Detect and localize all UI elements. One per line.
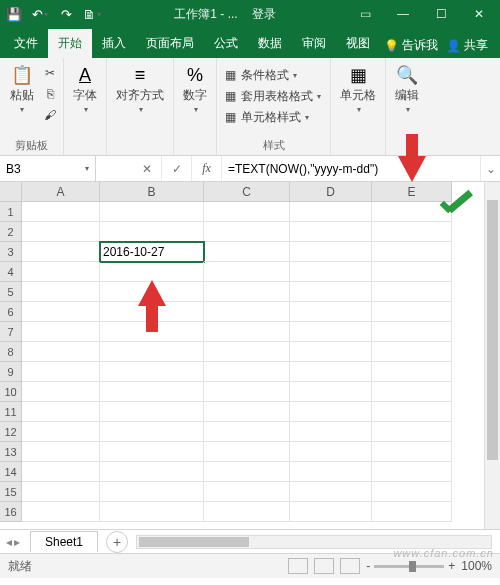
copy-button[interactable]: ⎘ xyxy=(42,84,58,104)
scrollbar-thumb[interactable] xyxy=(139,537,249,547)
cell[interactable] xyxy=(372,262,452,282)
cell[interactable] xyxy=(22,202,100,222)
cell[interactable] xyxy=(204,282,290,302)
zoom-out-button[interactable]: - xyxy=(366,559,370,573)
cell[interactable] xyxy=(100,402,204,422)
cell[interactable] xyxy=(290,422,372,442)
tab-view[interactable]: 视图 xyxy=(336,29,380,58)
chevron-down-icon[interactable]: ▾ xyxy=(85,164,89,173)
cell[interactable] xyxy=(290,362,372,382)
name-box[interactable]: ▾ xyxy=(0,156,96,181)
column-header[interactable]: D xyxy=(290,182,372,202)
tab-home[interactable]: 开始 xyxy=(48,29,92,58)
cell[interactable] xyxy=(290,262,372,282)
cell[interactable] xyxy=(290,222,372,242)
ribbon-options-icon[interactable]: ▭ xyxy=(348,0,382,28)
add-sheet-button[interactable]: + xyxy=(106,531,128,553)
cell[interactable] xyxy=(100,382,204,402)
undo-icon[interactable]: ↶▾ xyxy=(30,4,50,24)
cell[interactable] xyxy=(290,302,372,322)
cell[interactable] xyxy=(22,402,100,422)
zoom-control[interactable]: - + xyxy=(366,559,455,573)
cell[interactable] xyxy=(22,342,100,362)
row-header[interactable]: 1 xyxy=(0,202,22,222)
vertical-scrollbar[interactable] xyxy=(484,182,500,529)
cell[interactable] xyxy=(22,262,100,282)
column-header[interactable]: B xyxy=(100,182,204,202)
view-pagelayout-button[interactable] xyxy=(314,558,334,574)
row-header[interactable]: 10 xyxy=(0,382,22,402)
cell[interactable] xyxy=(100,202,204,222)
format-painter-button[interactable]: 🖌 xyxy=(42,105,58,125)
number-button[interactable]: % 数字▾ xyxy=(179,61,211,117)
tab-pagelayout[interactable]: 页面布局 xyxy=(136,29,204,58)
cell[interactable] xyxy=(204,482,290,502)
cell[interactable] xyxy=(22,322,100,342)
cell[interactable] xyxy=(372,362,452,382)
cell[interactable] xyxy=(100,362,204,382)
cell[interactable] xyxy=(204,322,290,342)
cell[interactable] xyxy=(372,242,452,262)
cell[interactable] xyxy=(100,482,204,502)
cell[interactable] xyxy=(372,422,452,442)
row-header[interactable]: 9 xyxy=(0,362,22,382)
name-box-input[interactable] xyxy=(6,162,66,176)
row-header[interactable]: 2 xyxy=(0,222,22,242)
editing-button[interactable]: 🔍 编辑▾ xyxy=(391,61,423,117)
cell[interactable] xyxy=(290,322,372,342)
cell[interactable] xyxy=(204,362,290,382)
cell[interactable]: 2016-10-27 xyxy=(100,242,204,262)
align-button[interactable]: ≡ 对齐方式▾ xyxy=(112,61,168,117)
tab-review[interactable]: 审阅 xyxy=(292,29,336,58)
enter-formula-button[interactable]: ✓ xyxy=(162,156,192,181)
table-format-button[interactable]: ▦套用表格格式▾ xyxy=(222,86,325,106)
cell[interactable] xyxy=(204,222,290,242)
cell[interactable] xyxy=(22,442,100,462)
scrollbar-thumb[interactable] xyxy=(487,200,498,460)
zoom-in-button[interactable]: + xyxy=(448,559,455,573)
view-normal-button[interactable] xyxy=(288,558,308,574)
save-icon[interactable]: 💾 xyxy=(4,4,24,24)
cell[interactable] xyxy=(290,402,372,422)
cell[interactable] xyxy=(22,462,100,482)
row-header[interactable]: 16 xyxy=(0,502,22,522)
cell[interactable] xyxy=(22,222,100,242)
cell[interactable] xyxy=(100,222,204,242)
formula-input[interactable] xyxy=(228,162,474,176)
paste-button[interactable]: 📋 粘贴▾ xyxy=(5,61,38,117)
cell[interactable] xyxy=(22,282,100,302)
cell[interactable] xyxy=(290,442,372,462)
row-header[interactable]: 3 xyxy=(0,242,22,262)
cell[interactable] xyxy=(372,322,452,342)
cell[interactable] xyxy=(204,302,290,322)
minimize-icon[interactable]: ― xyxy=(386,0,420,28)
maximize-icon[interactable]: ☐ xyxy=(424,0,458,28)
row-header[interactable]: 11 xyxy=(0,402,22,422)
cell[interactable] xyxy=(372,462,452,482)
cell[interactable] xyxy=(22,362,100,382)
cell[interactable] xyxy=(204,342,290,362)
cell[interactable] xyxy=(204,402,290,422)
cell[interactable] xyxy=(22,482,100,502)
cell[interactable] xyxy=(372,502,452,522)
cell[interactable] xyxy=(290,482,372,502)
login-link[interactable]: 登录 xyxy=(252,6,276,23)
row-header[interactable]: 13 xyxy=(0,442,22,462)
cell[interactable] xyxy=(204,422,290,442)
print-preview-icon[interactable]: 🗎▾ xyxy=(82,4,102,24)
row-header[interactable]: 4 xyxy=(0,262,22,282)
cell[interactable] xyxy=(100,262,204,282)
font-button[interactable]: A 字体▾ xyxy=(69,61,101,117)
cell[interactable] xyxy=(290,382,372,402)
cell[interactable] xyxy=(290,342,372,362)
cell[interactable] xyxy=(372,382,452,402)
row-header[interactable]: 7 xyxy=(0,322,22,342)
cell[interactable] xyxy=(204,202,290,222)
cell[interactable] xyxy=(22,382,100,402)
row-header[interactable]: 14 xyxy=(0,462,22,482)
share-button[interactable]: 👤共享 xyxy=(440,33,494,58)
tab-file[interactable]: 文件 xyxy=(4,29,48,58)
tab-formulas[interactable]: 公式 xyxy=(204,29,248,58)
column-header[interactable]: C xyxy=(204,182,290,202)
cell[interactable] xyxy=(290,202,372,222)
